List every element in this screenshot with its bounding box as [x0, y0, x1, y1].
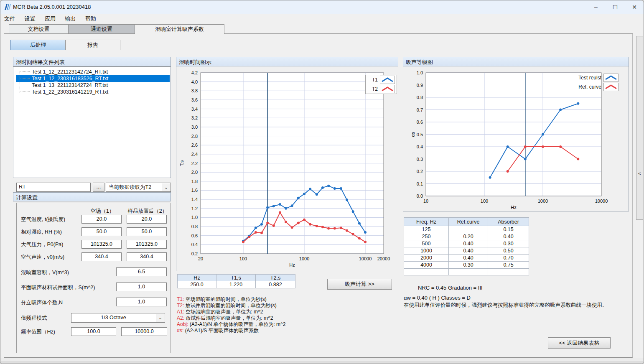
- browse-button[interactable]: ...: [93, 183, 104, 192]
- file-list-panel: 混时间结果文件列表 Test 1_12_221123142724_RT.txt …: [13, 57, 171, 178]
- pressure-field-1[interactable]: 101325.0: [81, 240, 122, 249]
- maximize-button[interactable]: ☐: [607, 2, 624, 12]
- freq-cell: 0.15: [488, 226, 529, 233]
- svg-text:3.4: 3.4: [191, 107, 198, 112]
- menu-output[interactable]: 输出: [61, 14, 79, 24]
- absorber-count-field[interactable]: 1.0: [116, 298, 167, 306]
- field-label-absorber-count: 分立吸声体个数,N: [21, 299, 63, 306]
- col-header-with-sample: 样品放置后（2）: [125, 208, 171, 215]
- tree-connector: [20, 71, 20, 93]
- freq-cell: 4000: [404, 262, 449, 269]
- freq-cell: 0.20: [449, 233, 488, 240]
- chevron-left-icon: <: [638, 171, 641, 176]
- chevron-down-icon: ⌄: [162, 183, 170, 191]
- legend-line-icon-blue: [603, 74, 619, 82]
- freq-cell: 125: [404, 226, 449, 233]
- data-read-combo[interactable]: 当前数据读取为T2 ⌄: [106, 183, 171, 192]
- temperature-field-1[interactable]: 20.0: [81, 215, 122, 224]
- close-button[interactable]: ✕: [626, 2, 643, 12]
- file-list: Test 1_12_221123142724_RT.txt Test 1_12_…: [13, 66, 171, 178]
- svg-text:0.7: 0.7: [417, 107, 423, 112]
- freq-cell: 0.40: [488, 233, 529, 240]
- svg-text:0.3: 0.3: [417, 157, 423, 162]
- rt-readout-table: Hz T1,s T2,s 250.0 1.220 0.882: [177, 274, 295, 288]
- svg-text:2.8: 2.8: [191, 134, 198, 139]
- humidity-field-2[interactable]: 50.0: [127, 227, 167, 236]
- menu-bar: 文件 设置 应用 输出 帮助: [0, 14, 644, 24]
- svg-text:1.4: 1.4: [191, 197, 198, 202]
- tree-connector: [20, 71, 30, 72]
- back-to-results-button[interactable]: << 返回结果表格: [548, 337, 611, 349]
- humidity-field-1[interactable]: 50.0: [81, 227, 122, 236]
- freq-cell-empty: [449, 269, 488, 275]
- svg-text:1000: 1000: [538, 199, 548, 204]
- legend-label-ref-curve: Ref. curve: [578, 84, 601, 90]
- room-volume-field[interactable]: 6.5: [116, 267, 167, 276]
- tree-connector: [20, 78, 30, 79]
- freq-cell: 0.30: [449, 262, 488, 269]
- grade-chart-legend: Test reulst Ref. curve: [577, 73, 620, 92]
- sound-speed-field-1[interactable]: 340.4: [81, 252, 122, 261]
- menu-file[interactable]: 文件: [0, 14, 19, 24]
- tab-document-settings[interactable]: 文档设置: [9, 24, 69, 34]
- field-label-temperature: 空气温度, t(摄氏度): [21, 216, 65, 223]
- rt-table-header: T1,s: [216, 275, 256, 281]
- sound-speed-field-2[interactable]: 340.4: [127, 252, 167, 261]
- pressure-field-2[interactable]: 101325.0: [127, 240, 167, 249]
- aw-result: αw = 0.40 ( H ) Classes = D: [404, 295, 471, 301]
- svg-text:3.8: 3.8: [191, 88, 198, 93]
- field-label-sample-area: 平面吸声材料试件面积，S(m^2): [21, 284, 95, 291]
- legend-label-t1: T1: [372, 77, 378, 83]
- octave-mode-combo[interactable]: 1/3 Octave ⌄: [71, 313, 165, 323]
- file-list-item[interactable]: Test 1_12_221123142724_RT.txt: [16, 69, 170, 75]
- absorb-calc-button[interactable]: 吸声计算 >>: [327, 279, 392, 290]
- freq-max-field[interactable]: 10000.0: [121, 327, 167, 336]
- svg-text:0.1: 0.1: [417, 181, 423, 186]
- chevron-down-icon: ⌄: [156, 314, 164, 322]
- calc-settings-title: 计算设置: [13, 192, 171, 201]
- svg-text:0.6: 0.6: [417, 120, 423, 125]
- menu-apply[interactable]: 应用: [41, 14, 59, 24]
- menu-help[interactable]: 帮助: [81, 14, 100, 24]
- minimize-button[interactable]: –: [588, 2, 604, 12]
- rt-chart-panel-title: 混响时间图示: [176, 57, 398, 66]
- svg-text:10000: 10000: [595, 199, 608, 204]
- freq-cell: 0.70: [488, 255, 529, 262]
- freq-table-header: Absorber: [488, 218, 529, 226]
- freq-cell-empty: [488, 269, 529, 275]
- subtab-report[interactable]: 报告: [65, 40, 120, 50]
- svg-text:1.0: 1.0: [417, 70, 423, 75]
- svg-text:0.5: 0.5: [417, 132, 423, 137]
- collapse-splitter[interactable]: <: [636, 36, 643, 220]
- file-list-item[interactable]: Test 1_13_221123142724_RT.txt: [16, 82, 170, 89]
- rt-chart-panel: 混响时间图示 0.20.40.60.81.01.21.41.61.82.02.2…: [176, 57, 398, 271]
- temperature-field-2[interactable]: 20.0: [127, 215, 167, 224]
- file-list-item[interactable]: Test 1_22_230316141219_RT.txt: [16, 89, 170, 95]
- freq-cell: 1000: [404, 247, 449, 255]
- freq-table-header: Freq. Hz: [404, 218, 449, 226]
- svg-text:1.6: 1.6: [191, 188, 198, 193]
- field-label-room-volume: 混响室容积，V(m^3): [21, 269, 69, 276]
- rt-chart[interactable]: 0.20.40.60.81.01.21.41.61.82.02.22.42.62…: [176, 66, 398, 271]
- freq-cell: 0.75: [488, 262, 529, 269]
- grade-chart-panel: 吸声等级图 0.00.10.20.30.40.50.60.70.80.91.01…: [403, 57, 629, 211]
- file-list-item-selected[interactable]: Test 1_12_230316183526_RT.txt: [16, 75, 170, 82]
- freq-cell: 2000: [404, 255, 449, 262]
- calc-settings-box: 空场（1） 样品放置后（2） 空气温度, t(摄氏度) 20.0 20.0 相对…: [16, 203, 171, 353]
- svg-text:Hz: Hz: [511, 205, 516, 210]
- sample-area-field[interactable]: 1.0: [116, 283, 167, 291]
- freq-cell-empty: [404, 269, 449, 275]
- note-as: αs: (A2-A1)/S 平面吸声体的吸声系数: [177, 327, 259, 334]
- svg-text:3.6: 3.6: [191, 97, 198, 102]
- app-logo-icon: [4, 4, 11, 10]
- tab-reverb-absorption[interactable]: 混响室计算吸声系数: [135, 24, 224, 34]
- svg-text:0.4: 0.4: [191, 242, 198, 247]
- freq-min-field[interactable]: 100.0: [71, 327, 116, 336]
- freq-cell: 0.30: [488, 240, 529, 247]
- subtab-postprocess[interactable]: 后处理: [10, 40, 66, 50]
- rt-name-input[interactable]: RT: [16, 183, 91, 192]
- svg-text:10: 10: [423, 199, 428, 204]
- tab-channel-settings[interactable]: 通道设置: [68, 24, 135, 34]
- menu-settings[interactable]: 设置: [20, 14, 39, 24]
- app-window: MCR Beta 2.05.0.001 20230418 – ☐ ✕ 文件 设置…: [0, 0, 644, 364]
